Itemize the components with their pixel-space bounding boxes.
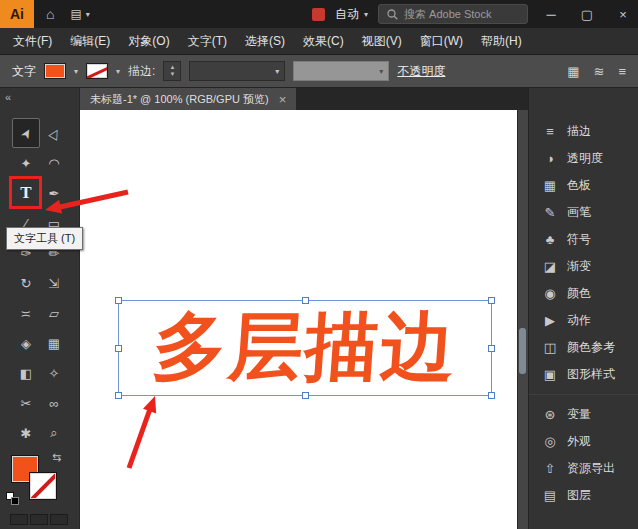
menu-select[interactable]: 选择(S) xyxy=(236,33,294,50)
chevron-down-icon: ▾ xyxy=(275,67,279,76)
stroke-indicator[interactable] xyxy=(30,473,56,499)
draw-normal-button[interactable] xyxy=(10,514,28,525)
gradient-tool[interactable]: ◧ xyxy=(12,358,40,388)
panel-item-layers[interactable]: ▤图层 xyxy=(529,482,638,509)
selection-tool[interactable]: ➤ xyxy=(12,118,40,148)
maximize-button[interactable]: ▢ xyxy=(574,0,600,28)
panel-item-actions[interactable]: ▶动作 xyxy=(529,307,638,334)
appearance-panel-icon: ◎ xyxy=(542,434,558,449)
panel-item-label: 描边 xyxy=(567,123,591,140)
swap-fill-stroke-icon[interactable]: ⇆ xyxy=(52,451,61,464)
hand-tool[interactable]: ✱ xyxy=(12,418,40,448)
fill-color-swatch[interactable] xyxy=(44,63,66,79)
stroke-color-swatch[interactable] xyxy=(86,63,108,79)
document-tab[interactable]: 未标题-1* @ 100% (RGB/GPU 预览) × xyxy=(80,88,296,110)
default-fill-stroke-icon[interactable] xyxy=(6,492,19,505)
menu-type[interactable]: 文字(T) xyxy=(179,33,236,50)
draw-mode-buttons xyxy=(10,514,68,525)
draw-behind-button[interactable] xyxy=(30,514,48,525)
magic-wand-tool[interactable]: ✦ xyxy=(12,148,40,178)
shape-builder-tool[interactable]: ◈ xyxy=(12,328,40,358)
symbols-panel-icon: ♣ xyxy=(542,232,558,247)
menu-window[interactable]: 窗口(W) xyxy=(411,33,472,50)
hand-tool-icon: ✱ xyxy=(21,426,32,441)
panel-item-label: 画笔 xyxy=(567,204,591,221)
menu-view[interactable]: 视图(V) xyxy=(353,33,411,50)
vertical-scrollbar[interactable] xyxy=(517,110,528,529)
selection-handle[interactable] xyxy=(488,345,495,352)
close-button[interactable]: × xyxy=(610,0,636,28)
selection-handle[interactable] xyxy=(302,297,309,304)
selection-handle[interactable] xyxy=(488,392,495,399)
tab-close-icon[interactable]: × xyxy=(279,92,287,107)
flow-options-icon[interactable]: ≋ xyxy=(594,64,605,79)
panel-item-brushes[interactable]: ✎画笔 xyxy=(529,199,638,226)
default-stroke-icon xyxy=(11,497,19,505)
stroke-weight-dropdown[interactable]: ▾ xyxy=(189,61,285,81)
pen-tool[interactable]: ✒ xyxy=(40,178,68,208)
menubar: 文件(F) 编辑(E) 对象(O) 文字(T) 选择(S) 效果(C) 视图(V… xyxy=(0,28,638,54)
chevron-down-icon[interactable]: ▾ xyxy=(74,67,78,76)
eyedropper-tool[interactable]: ✧ xyxy=(40,358,68,388)
brushes-panel-icon: ✎ xyxy=(542,205,558,220)
panel-item-appearance[interactable]: ◎外观 xyxy=(529,428,638,455)
menu-effect[interactable]: 效果(C) xyxy=(294,33,353,50)
panel-item-label: 色板 xyxy=(567,177,591,194)
width-tool[interactable]: ≍ xyxy=(12,298,40,328)
menu-edit[interactable]: 编辑(E) xyxy=(61,33,119,50)
auto-dropdown[interactable]: 自动 ▾ xyxy=(335,6,368,23)
mesh-tool[interactable]: ▦ xyxy=(40,328,68,358)
panel-item-transparency[interactable]: ◑透明度 xyxy=(529,145,638,172)
draw-inside-button[interactable] xyxy=(50,514,68,525)
panel-item-stroke[interactable]: ≡描边 xyxy=(529,118,638,145)
chevron-down-icon: ▾ xyxy=(364,10,368,19)
panel-item-asset-export[interactable]: ⇧资源导出 xyxy=(529,455,638,482)
collapse-panel-icon[interactable]: « xyxy=(5,91,11,103)
panel-item-variables[interactable]: ⊛变量 xyxy=(529,401,638,428)
stock-search-input[interactable]: 搜索 Adobe Stock xyxy=(378,4,528,24)
panel-item-swatches[interactable]: ▦色板 xyxy=(529,172,638,199)
stroke-weight-stepper[interactable]: ▲ ▼ xyxy=(163,61,181,81)
lasso-tool[interactable]: ◠ xyxy=(40,148,68,178)
panel-item-graphic-styles[interactable]: ▣图形样式 xyxy=(529,361,638,388)
panel-item-gradient[interactable]: ◪渐变 xyxy=(529,253,638,280)
menu-file[interactable]: 文件(F) xyxy=(4,33,61,50)
selection-handle[interactable] xyxy=(115,297,122,304)
search-placeholder: 搜索 Adobe Stock xyxy=(404,7,491,22)
panel-item-symbols[interactable]: ♣符号 xyxy=(529,226,638,253)
panel-menu-icon[interactable]: ≡ xyxy=(618,64,626,79)
zoom-tool[interactable]: ⌕ xyxy=(40,418,68,448)
menu-object[interactable]: 对象(O) xyxy=(119,33,178,50)
stepper-up-icon[interactable]: ▲ xyxy=(169,64,175,71)
shape-builder-tool-icon: ◈ xyxy=(21,336,31,351)
illustrator-window: Ai ⌂ ▤ ▾ 自动 ▾ 搜索 Adobe Stock ─ ▢ × 文件(F)… xyxy=(0,0,638,529)
type-tool-tooltip: 文字工具 (T) xyxy=(6,227,83,250)
rotate-tool[interactable]: ↻ xyxy=(12,268,40,298)
selection-handle[interactable] xyxy=(488,297,495,304)
type-tool-highlight-box xyxy=(9,176,42,209)
blend-tool[interactable]: ∞ xyxy=(40,388,68,418)
selection-handle[interactable] xyxy=(302,392,309,399)
panel-item-color-guide[interactable]: ◫颜色参考 xyxy=(529,334,638,361)
stroke-label[interactable]: 描边: xyxy=(128,63,155,80)
selection-tool-icon: ➤ xyxy=(17,125,35,142)
scissors-tool[interactable]: ✂ xyxy=(12,388,40,418)
workspace-switcher[interactable]: ▤ ▾ xyxy=(70,7,89,21)
stepper-down-icon[interactable]: ▼ xyxy=(169,71,175,78)
chevron-down-icon[interactable]: ▾ xyxy=(116,67,120,76)
align-grid-icon[interactable]: ▦ xyxy=(567,64,579,79)
selection-handle[interactable] xyxy=(115,345,122,352)
pen-tool-icon: ✒ xyxy=(49,186,60,201)
gpu-performance-icon[interactable] xyxy=(312,8,325,21)
direct-selection-tool[interactable]: ▷ xyxy=(40,118,68,148)
free-transform-tool[interactable]: ▱ xyxy=(40,298,68,328)
opacity-link[interactable]: 不透明度 xyxy=(397,63,445,80)
stroke-panel-icon: ≡ xyxy=(542,124,558,139)
scale-tool[interactable]: ⇲ xyxy=(40,268,68,298)
vertical-scrollbar-thumb[interactable] xyxy=(519,328,526,374)
minimize-button[interactable]: ─ xyxy=(538,0,564,28)
panel-item-color[interactable]: ◉颜色 xyxy=(529,280,638,307)
menu-help[interactable]: 帮助(H) xyxy=(472,33,531,50)
selection-handle[interactable] xyxy=(115,392,122,399)
home-icon[interactable]: ⌂ xyxy=(46,6,54,22)
